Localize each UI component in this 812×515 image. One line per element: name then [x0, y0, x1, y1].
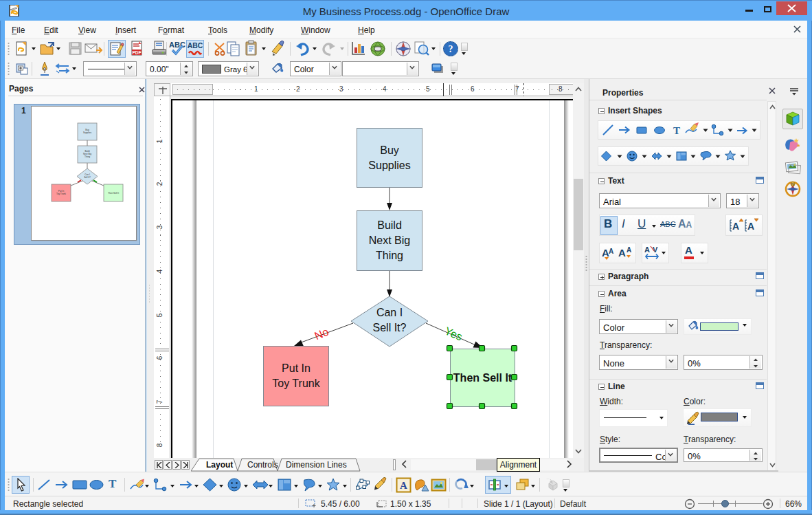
svg-text:A: A	[732, 221, 739, 232]
svg-text:Toy Trunk: Toy Trunk	[56, 193, 66, 195]
svg-text:N: N	[791, 182, 794, 186]
svg-text:Sell It?: Sell It?	[84, 176, 91, 179]
svg-text:A: A	[400, 480, 407, 491]
svg-text:A: A	[609, 248, 613, 255]
svg-text:Dimension Lines: Dimension Lines	[286, 460, 347, 470]
svg-text:Controls: Controls	[247, 460, 278, 470]
svg-text:A: A	[747, 221, 754, 232]
svg-text:Then Sell It: Then Sell It	[108, 192, 119, 195]
svg-text:ABC: ABC	[188, 41, 203, 50]
svg-text:ABC: ABC	[169, 41, 185, 49]
svg-text:T: T	[673, 125, 680, 136]
svg-text:?: ?	[449, 44, 453, 54]
svg-text:Thing: Thing	[84, 155, 90, 158]
svg-text:A: A	[627, 246, 631, 254]
svg-text:Supplies: Supplies	[83, 131, 92, 134]
svg-text:Layout: Layout	[206, 460, 233, 470]
svg-text:A: A	[644, 245, 650, 254]
svg-text:A: A	[618, 247, 626, 259]
svg-text:PDF: PDF	[133, 50, 142, 55]
